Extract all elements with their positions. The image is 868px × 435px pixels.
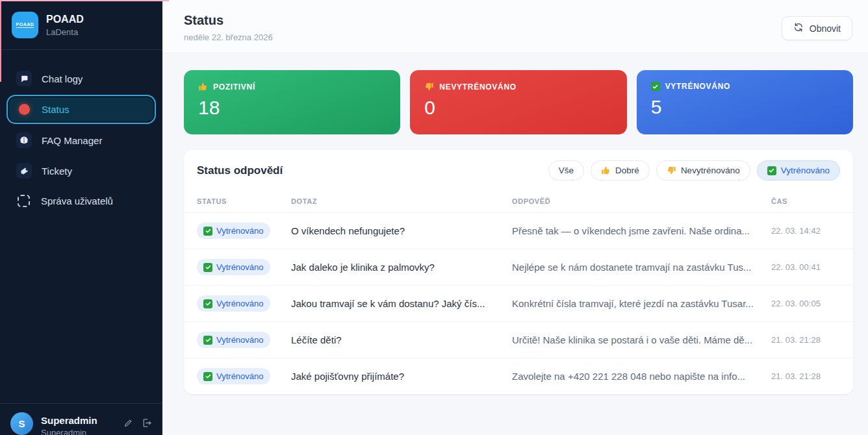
table-header-row: StatusDotazOdpověďČas — [184, 191, 853, 213]
table-row[interactable]: VytrénovánoJakou tramvají se k vám dosta… — [184, 286, 853, 322]
sidebar-item-chat-logy[interactable]: Chat logy — [8, 66, 155, 92]
stat-value: 5 — [651, 96, 839, 118]
thumbs-up-icon — [198, 82, 208, 92]
check-icon — [203, 299, 212, 308]
question-cell: Jak daleko je klinika z palmovky? — [291, 249, 512, 286]
refresh-button[interactable]: Obnovit — [782, 16, 852, 40]
app-logo: POAAD — [12, 12, 38, 38]
thumbs-up-icon — [601, 166, 611, 175]
time-cell: 22. 03. 14:42 — [771, 213, 853, 249]
status-badge: Vytrénováno — [197, 259, 270, 275]
avatar: S — [10, 412, 33, 435]
time-cell: 21. 03. 21:28 — [771, 358, 853, 395]
logout-button[interactable] — [141, 417, 152, 430]
sidebar-item-tickety[interactable]: Tickety — [8, 158, 155, 184]
edit-profile-button[interactable] — [123, 418, 133, 430]
ticket-icon — [16, 163, 32, 179]
page-header: Status neděle 22. března 2026 Obnovit — [162, 0, 868, 53]
sidebar-item-label: Správa uživatelů — [41, 195, 113, 206]
filter-row: VšeDobréNevytrénovánoVytrénováno — [548, 160, 840, 180]
column-header-odpoved: Odpověď — [512, 191, 771, 213]
answer-cell: Přesně tak — o víkendech jsme zavřeni. N… — [512, 213, 771, 249]
chat-icon — [16, 71, 32, 86]
app-logo-text: POAAD — [16, 22, 34, 28]
stat-label: NEVYTRÉNOVÁNO — [424, 82, 612, 92]
users-frame-icon — [18, 195, 30, 207]
filter-nevytrenovano[interactable]: Nevytrénováno — [656, 160, 750, 180]
filter-label: Dobré — [615, 166, 639, 175]
check-icon — [203, 336, 212, 345]
status-badge: Vytrénováno — [197, 332, 270, 348]
sidebar-item-label: Status — [42, 104, 70, 115]
screen-edge-artifact-top — [0, 0, 169, 1]
app-title: POAAD — [46, 14, 84, 25]
stat-label: POZITIVNÍ — [198, 82, 386, 92]
content: POZITIVNÍ18NEVYTRÉNOVÁNO0VYTRÉNOVÁNO5 St… — [162, 53, 868, 394]
answers-table: StatusDotazOdpověďČas VytrénovánoO víken… — [184, 191, 853, 394]
sidebar-item-faq-manager[interactable]: FAQ Manager — [8, 127, 155, 153]
filter-label: Vše — [559, 166, 574, 175]
question-cell: Léčíte děti? — [291, 322, 512, 358]
answers-card-title: Status odpovědí — [197, 164, 283, 177]
question-cell: O víkendech nefungujete? — [291, 213, 512, 249]
check-icon — [767, 166, 776, 175]
status-badge: Vytrénováno — [197, 295, 270, 312]
answer-cell: Určitě! Naše klinika se postará i o vaše… — [512, 322, 771, 358]
column-header-dotaz: Dotaz — [291, 191, 512, 213]
answer-cell: Zavolejte na +420 221 228 048 nebo napiš… — [512, 358, 771, 395]
page-title: Status — [184, 13, 273, 28]
table-row[interactable]: VytrénovánoJaké pojišťovny přijímáte?Zav… — [184, 358, 853, 395]
sidebar-footer: S Superadmin Superadmin — [0, 403, 162, 435]
check-icon — [203, 227, 212, 236]
time-cell: 22. 03. 00:41 — [771, 249, 853, 286]
answers-card: Status odpovědí VšeDobréNevytrénovánoVyt… — [184, 150, 853, 394]
question-cell: Jakou tramvají se k vám dostanu? Jaký čí… — [291, 286, 512, 322]
brain-icon — [16, 132, 32, 148]
filter-vse[interactable]: Vše — [548, 160, 584, 180]
refresh-icon — [793, 22, 804, 34]
refresh-label: Obnovit — [810, 23, 841, 34]
filter-vytrenovano[interactable]: Vytrénováno — [757, 160, 840, 180]
stat-card-untrained: NEVYTRÉNOVÁNO0 — [410, 70, 626, 134]
sidebar-nav: Chat logyStatusFAQ ManagerTicketySpráva … — [0, 50, 162, 403]
sidebar-header: POAAD POAAD LaDenta — [0, 0, 162, 50]
status-badge: Vytrénováno — [197, 368, 270, 384]
filter-label: Nevytrénováno — [681, 166, 740, 175]
sidebar-item-label: FAQ Manager — [42, 135, 102, 146]
answer-cell: Nejlépe se k nám dostanete tramvají na z… — [512, 249, 771, 286]
check-icon — [651, 82, 660, 91]
sidebar-item-sprava-uzivatelu[interactable]: Správa uživatelů — [8, 188, 155, 214]
check-icon — [203, 372, 212, 381]
time-cell: 21. 03. 21:28 — [771, 322, 853, 358]
stat-value: 18 — [198, 97, 386, 119]
sidebar-item-label: Tickety — [42, 166, 72, 177]
filter-label: Vytrénováno — [781, 166, 830, 175]
user-role: Superadmin — [41, 428, 116, 435]
screen-edge-artifact-left — [0, 0, 1, 82]
table-row[interactable]: VytrénovánoO víkendech nefungujete?Přesn… — [184, 213, 853, 249]
column-header-cas: Čas — [771, 191, 853, 213]
answer-cell: Konkrétní čísla tramvají, které jezdí na… — [512, 286, 771, 322]
stat-value: 0 — [424, 97, 612, 119]
filter-dobre[interactable]: Dobré — [591, 160, 650, 180]
sidebar-item-status[interactable]: Status — [8, 96, 155, 123]
check-icon — [203, 263, 212, 272]
stat-card-positive: POZITIVNÍ18 — [184, 70, 400, 134]
answers-card-header: Status odpovědí VšeDobréNevytrénovánoVyt… — [184, 150, 853, 191]
sidebar: POAAD POAAD LaDenta Chat logyStatusFAQ M… — [0, 0, 162, 435]
sidebar-item-label: Chat logy — [42, 73, 83, 84]
question-cell: Jaké pojišťovny přijímáte? — [291, 358, 512, 395]
page-date: neděle 22. března 2026 — [184, 32, 273, 42]
table-row[interactable]: VytrénovánoLéčíte děti?Určitě! Naše klin… — [184, 322, 853, 358]
stat-card-trained: VYTRÉNOVÁNO5 — [637, 70, 853, 134]
pencil-icon — [123, 418, 133, 430]
app-subtitle: LaDenta — [46, 27, 84, 37]
column-header-status: Status — [184, 191, 291, 213]
thumbs-down-icon — [424, 82, 434, 92]
logout-icon — [141, 417, 152, 430]
thumbs-down-icon — [667, 166, 676, 175]
status-badge: Vytrénováno — [197, 223, 270, 239]
user-name: Superadmin — [41, 415, 116, 426]
table-row[interactable]: VytrénovánoJak daleko je klinika z palmo… — [184, 249, 853, 286]
stats-row: POZITIVNÍ18NEVYTRÉNOVÁNO0VYTRÉNOVÁNO5 — [184, 70, 853, 134]
